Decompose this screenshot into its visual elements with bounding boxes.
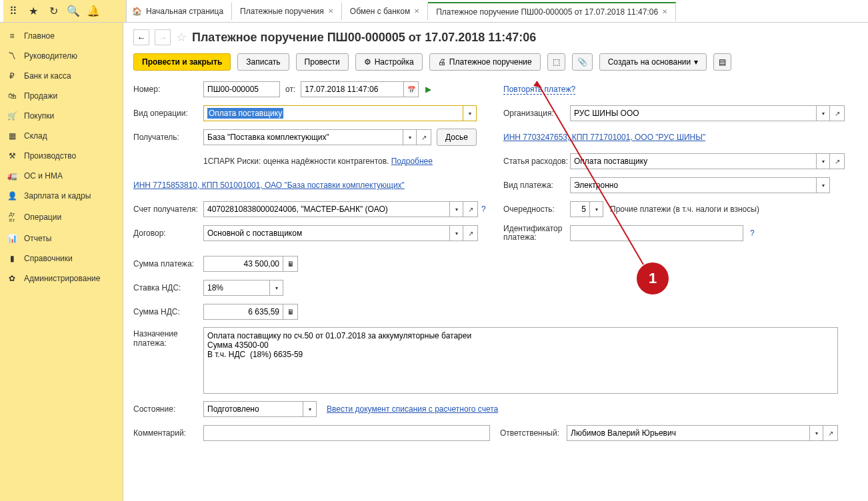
close-icon[interactable]: ✕ (328, 7, 333, 15)
chevron-down-icon[interactable]: ▾ (303, 401, 317, 417)
status-link[interactable]: Ввести документ списания с расчетного сч… (327, 404, 498, 414)
vat-sum-field[interactable] (203, 304, 283, 320)
tag-icon[interactable]: ▶ (425, 85, 431, 94)
sidebar-item-label: Руководителю (24, 51, 77, 61)
structure-button[interactable]: ⬚ (547, 53, 565, 71)
chevron-down-icon[interactable]: ▾ (817, 177, 830, 193)
sidebar-item-reports[interactable]: 📊Отчеты (0, 229, 123, 249)
chevron-down-icon[interactable]: ▾ (450, 201, 463, 217)
sidebar-item-admin[interactable]: ✿Администрирование (0, 268, 123, 288)
sidebar-item-assets[interactable]: 🚛ОС и НМА (0, 166, 123, 186)
vat-rate-field[interactable] (203, 280, 270, 296)
star-icon[interactable]: ★ (23, 1, 43, 21)
open-icon[interactable]: ↗ (417, 129, 431, 145)
org-field[interactable] (570, 105, 817, 121)
menu-icon[interactable]: ⠿ (3, 1, 23, 21)
chevron-down-icon[interactable]: ▾ (590, 201, 603, 217)
sidebar-item-label: Покупки (24, 111, 54, 121)
number-field[interactable] (203, 81, 280, 97)
page-title: Платежное поручение ПШ00-000005 от 17.07… (192, 31, 536, 45)
bag-icon: 🛍 (7, 91, 17, 101)
calculator-icon[interactable]: 🖩 (283, 304, 298, 320)
expense-field[interactable] (570, 153, 817, 169)
post-button[interactable]: Провести (296, 53, 349, 71)
dossier-button[interactable]: Досье (437, 129, 477, 146)
sidebar-item-label: Главное (24, 31, 55, 41)
payment-type-field[interactable] (570, 177, 817, 193)
tab-active-document[interactable]: Платежное поручение ПШ00-000005 от 17.07… (428, 2, 676, 21)
identifier-field[interactable] (570, 225, 743, 241)
back-button[interactable]: ← (133, 29, 149, 45)
priority-field[interactable] (570, 201, 590, 217)
operation-label: Вид операции: (133, 109, 203, 118)
gear-icon: ⚙ (364, 57, 371, 67)
top-bar: ⠿ ★ ↻ 🔍 🔔 🏠 Начальная страница Платежные… (0, 0, 868, 23)
repeat-link[interactable]: Повторять платеж? (503, 85, 575, 95)
org-inn-link[interactable]: ИНН 7703247653, КПП 771701001, ООО "РУС … (503, 133, 705, 142)
open-icon[interactable]: ↗ (463, 201, 478, 217)
purpose-field[interactable] (203, 327, 838, 394)
open-icon[interactable]: ↗ (830, 105, 845, 121)
chevron-down-icon[interactable]: ▾ (463, 105, 477, 121)
priority-label: Очередность: (503, 205, 570, 214)
calculator-icon[interactable]: 🖩 (283, 256, 298, 272)
sidebar-item-production[interactable]: ⚒Производство (0, 146, 123, 166)
close-icon[interactable]: ✕ (414, 7, 419, 15)
purpose-label: Назначение платежа: (133, 327, 203, 348)
sidebar-item-manager[interactable]: 〽Руководителю (0, 46, 123, 66)
home-icon: 🏠 (132, 7, 142, 16)
post-and-close-button[interactable]: Провести и закрыть (133, 53, 231, 71)
status-field[interactable] (203, 401, 303, 417)
help-icon[interactable]: ? (481, 205, 486, 214)
tab-payments[interactable]: Платежные поручения ✕ (232, 3, 342, 20)
sidebar-item-operations[interactable]: ДтКтОперации (0, 206, 123, 229)
account-field[interactable] (203, 201, 450, 217)
calendar-icon[interactable]: 📅 (404, 81, 419, 97)
responsible-field[interactable] (567, 425, 810, 441)
forward-button[interactable]: → (155, 29, 171, 45)
settings-button[interactable]: ⚙Настройка (355, 53, 423, 71)
chevron-down-icon[interactable]: ▾ (817, 105, 830, 121)
chevron-down-icon[interactable]: ▾ (450, 225, 463, 241)
bell-icon[interactable]: 🔔 (83, 1, 103, 21)
recipient-inn-link[interactable]: ИНН 7715853810, КПП 501001001, ОАО "База… (133, 181, 405, 190)
chevron-down-icon[interactable]: ▾ (403, 129, 417, 145)
sum-field[interactable] (203, 256, 283, 272)
list-button[interactable]: ▤ (713, 53, 731, 71)
favorite-toggle[interactable]: ☆ (176, 30, 187, 45)
tab-bank[interactable]: Обмен с банком ✕ (342, 3, 428, 20)
print-button[interactable]: 🖨Платежное поручение (429, 53, 541, 71)
open-icon[interactable]: ↗ (830, 153, 845, 169)
date-field[interactable] (301, 81, 404, 97)
sidebar-item-purchases[interactable]: 🛒Покупки (0, 106, 123, 126)
create-based-button[interactable]: Создать на основании ▾ (599, 53, 707, 71)
sidebar-item-label: Отчеты (24, 234, 51, 243)
sidebar-item-catalogs[interactable]: ▮Справочники (0, 249, 123, 268)
chevron-down-icon[interactable]: ▾ (270, 280, 283, 296)
open-icon[interactable]: ↗ (823, 425, 838, 441)
sidebar-item-warehouse[interactable]: ▦Склад (0, 126, 123, 146)
sidebar-item-salary[interactable]: 👤Зарплата и кадры (0, 186, 123, 206)
open-icon[interactable]: ↗ (463, 225, 478, 241)
search-icon[interactable]: 🔍 (63, 1, 83, 21)
content: ← → ☆ Платежное поручение ПШ00-000005 от… (123, 23, 868, 501)
tab-home[interactable]: 🏠 Начальная страница (127, 3, 232, 20)
tab-label: Платежные поручения (240, 7, 324, 16)
comment-field[interactable] (203, 425, 490, 441)
history-icon[interactable]: ↻ (43, 1, 63, 21)
spark-more-link[interactable]: Подробнее (391, 157, 433, 166)
person-icon: 👤 (7, 191, 17, 201)
sidebar-item-main[interactable]: ≡Главное (0, 26, 123, 46)
sidebar-item-bank[interactable]: ₽Банк и касса (0, 66, 123, 86)
chevron-down-icon[interactable]: ▾ (817, 153, 830, 169)
operation-select[interactable]: Оплата поставщику (203, 105, 463, 121)
attach-button[interactable]: 📎 (572, 53, 593, 71)
write-button[interactable]: Записать (237, 53, 289, 71)
chevron-down-icon[interactable]: ▾ (810, 425, 823, 441)
contract-field[interactable] (203, 225, 450, 241)
sidebar-item-sales[interactable]: 🛍Продажи (0, 86, 123, 106)
help-icon[interactable]: ? (750, 229, 755, 238)
number-label: Номер: (133, 85, 203, 94)
recipient-field[interactable] (203, 129, 403, 145)
close-icon[interactable]: ✕ (662, 8, 667, 15)
